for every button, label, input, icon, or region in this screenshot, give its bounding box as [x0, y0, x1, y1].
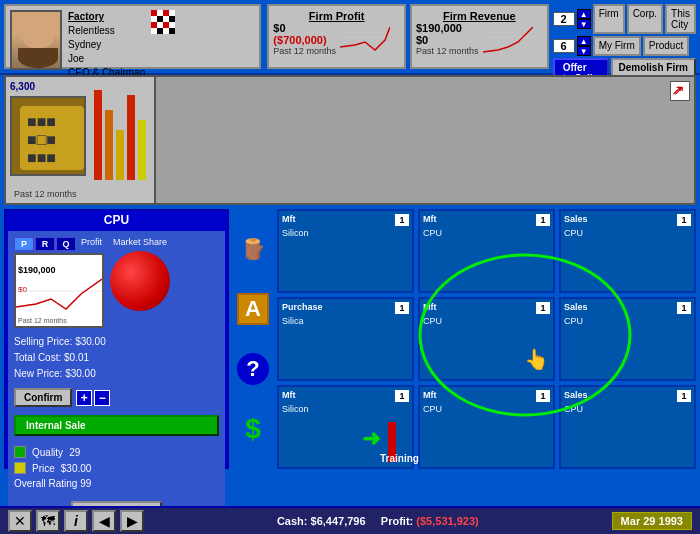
firm-revenue-section: Firm Revenue $190,000 $0 Past 12 months: [410, 4, 549, 69]
arrow-down-2[interactable]: ▼: [577, 46, 591, 56]
progress-bars-4: [423, 330, 550, 334]
plus-minus-buttons: + −: [76, 390, 110, 406]
avatar: [10, 10, 62, 70]
bottom-area: CPU P R Q Profit $190,000 $0 Past 12 mon…: [4, 209, 696, 469]
arrow-btn-1[interactable]: ▲ ▼: [577, 9, 591, 29]
price-val: $30.00: [61, 463, 92, 474]
quality-row: Quality 29: [14, 446, 219, 458]
progress-bars-8: [564, 418, 691, 422]
market-share-label: Market Share: [113, 237, 167, 247]
avatar-face: [12, 12, 60, 68]
wood-icon[interactable]: 🪵: [237, 233, 269, 265]
status-icons: ✕ 🗺 i ◀ ▶: [8, 510, 144, 532]
rating-row: Overall Rating 99: [14, 478, 219, 489]
module-product-5: CPU: [564, 316, 691, 326]
module-type-5: Sales: [564, 302, 588, 314]
profit-mini-chart: [340, 22, 390, 57]
arrow-down-icon: ➜: [362, 426, 380, 452]
chart-area: 6,300: [4, 75, 696, 205]
revenue-period: Past 12 months: [416, 46, 479, 56]
arrow-up-1[interactable]: ▲: [577, 9, 591, 19]
tab-q[interactable]: Q: [56, 237, 76, 251]
top-right-controls: 2 ▲ ▼ Firm Corp. This City: [553, 4, 696, 34]
profit-value: $0: [273, 22, 336, 34]
status-info-button[interactable]: i: [64, 510, 88, 532]
product-btn[interactable]: Product: [643, 36, 689, 56]
firm-btn[interactable]: Firm: [593, 4, 625, 34]
prq-tabs: P R Q Profit: [14, 237, 104, 251]
module-product-2: CPU: [564, 228, 691, 238]
selling-info: Selling Price: $30.00 Total Cost: $0.01 …: [14, 334, 219, 382]
module-type-1: Mft: [423, 214, 437, 226]
revenue-value: $190,000: [416, 22, 479, 34]
module-num-3: 1: [395, 302, 409, 314]
cursor-hand: 👆: [524, 347, 549, 371]
firm-revenue-title: Firm Revenue: [416, 10, 543, 22]
number-display-2: 6: [553, 39, 575, 53]
arrow-up-2[interactable]: ▲: [577, 36, 591, 46]
svg-rect-4: [27, 113, 49, 135]
module-type-2: Sales: [564, 214, 588, 226]
svg-rect-7: [55, 141, 77, 163]
status-forward-button[interactable]: ▶: [120, 510, 144, 532]
icons-column: 🪵 A ? $: [233, 209, 273, 469]
internal-sale-button[interactable]: Internal Sale: [14, 415, 219, 436]
module-product-8: CPU: [564, 404, 691, 414]
price-label: Price: [32, 463, 55, 474]
price-row: Price $30.00: [14, 462, 219, 474]
module-num-5: 1: [677, 302, 691, 314]
status-x-button[interactable]: ✕: [8, 510, 32, 532]
market-share: Market Share: [110, 237, 170, 328]
module-sales-cpu-2: Sales 1 CPU: [559, 297, 696, 381]
module-num-2: 1: [677, 214, 691, 226]
corp-btn[interactable]: Corp.: [627, 4, 663, 34]
num-ctrl-2: 6 ▲ ▼: [553, 36, 591, 56]
progress-bars-2: [564, 242, 691, 246]
progress-bars-3: [282, 330, 409, 334]
my-firm-btn[interactable]: My Firm: [593, 36, 641, 56]
module-type-6: Mft: [282, 390, 296, 402]
module-product-3: Silica: [282, 316, 409, 326]
module-num-0: 1: [395, 214, 409, 226]
status-cash-text: Cash: $6,447,796 Profit: ($5,531,923): [144, 515, 612, 527]
selling-price-label: Selling Price:: [14, 336, 72, 347]
tab-r[interactable]: R: [35, 237, 55, 251]
status-bar: ✕ 🗺 i ◀ ▶ Cash: $6,447,796 Profit: ($5,5…: [0, 506, 700, 534]
profit-period: Past 12 months: [273, 46, 336, 56]
cash-label: Cash:: [277, 515, 308, 527]
plus-button[interactable]: +: [76, 390, 92, 406]
cash-val: $6,447,796: [311, 515, 366, 527]
status-back-button[interactable]: ◀: [92, 510, 116, 532]
module-header-4: Mft 1: [423, 302, 550, 314]
arrow-down-1[interactable]: ▼: [577, 19, 591, 29]
factory-info: Factory Relentless Sydney Joe CEO & Chai…: [68, 10, 145, 63]
arrow-btn-2[interactable]: ▲ ▼: [577, 36, 591, 56]
dollar-icon[interactable]: $: [237, 413, 269, 445]
module-num-4: 1: [536, 302, 550, 314]
tab-p[interactable]: P: [14, 237, 34, 251]
module-num-8: 1: [677, 390, 691, 402]
module-sales-cpu-1: Sales 1 CPU: [559, 209, 696, 293]
module-product-6: Silicon: [282, 404, 409, 414]
quality-label: Quality: [32, 447, 63, 458]
module-num-1: 1: [536, 214, 550, 226]
module-num-7: 1: [536, 390, 550, 402]
module-product-7: CPU: [423, 404, 550, 414]
chart-corner-icon[interactable]: ↗: [670, 81, 690, 101]
profit-tab-label: Profit: [81, 237, 102, 251]
status-map-button[interactable]: 🗺: [36, 510, 60, 532]
firm-profit-title: Firm Profit: [273, 10, 400, 22]
svg-rect-3: [20, 106, 84, 170]
letter-a-icon[interactable]: A: [237, 293, 269, 325]
minus-button[interactable]: −: [94, 390, 110, 406]
question-icon[interactable]: ?: [237, 353, 269, 385]
confirm-button[interactable]: Confirm: [14, 388, 72, 407]
top-bar: Factory Relentless Sydney Joe CEO & Chai…: [0, 0, 700, 75]
module-product-0: Silicon: [282, 228, 409, 238]
date-display: Mar 29 1993: [612, 512, 692, 530]
checker-icon: [151, 10, 175, 34]
module-purchase-silica: Purchase 1 Silica: [277, 297, 414, 381]
bottom-right-controls: 6 ▲ ▼ My Firm Product: [553, 36, 696, 56]
this-city-btn[interactable]: This City: [665, 4, 696, 34]
module-header-3: Purchase 1: [282, 302, 409, 314]
